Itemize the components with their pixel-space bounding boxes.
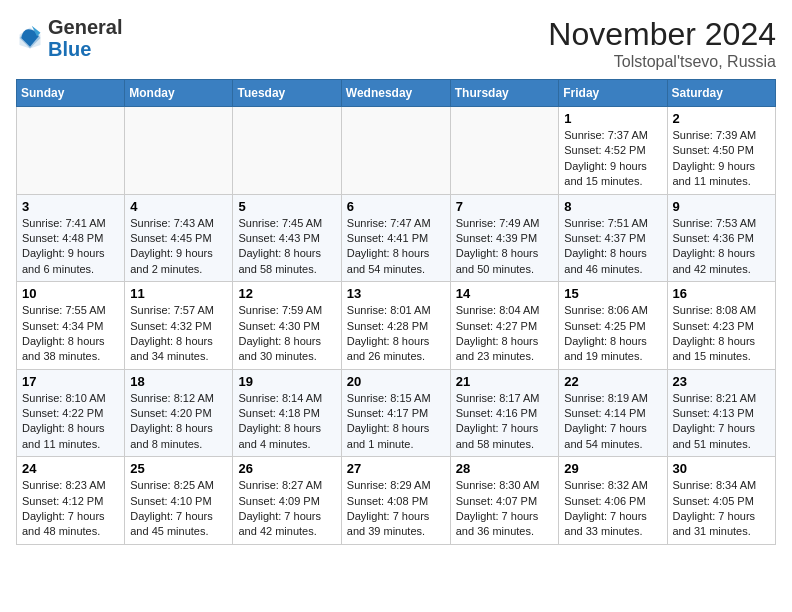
calendar-cell: 9Sunrise: 7:53 AM Sunset: 4:36 PM Daylig… xyxy=(667,194,776,282)
calendar-cell: 15Sunrise: 8:06 AM Sunset: 4:25 PM Dayli… xyxy=(559,282,667,370)
calendar-cell: 5Sunrise: 7:45 AM Sunset: 4:43 PM Daylig… xyxy=(233,194,341,282)
day-number: 21 xyxy=(456,374,554,389)
day-number: 18 xyxy=(130,374,227,389)
day-detail: Sunrise: 7:43 AM Sunset: 4:45 PM Dayligh… xyxy=(130,216,227,278)
calendar-cell: 16Sunrise: 8:08 AM Sunset: 4:23 PM Dayli… xyxy=(667,282,776,370)
week-row-2: 3Sunrise: 7:41 AM Sunset: 4:48 PM Daylig… xyxy=(17,194,776,282)
day-number: 8 xyxy=(564,199,661,214)
day-number: 24 xyxy=(22,461,119,476)
location: Tolstopal'tsevo, Russia xyxy=(548,53,776,71)
header-day-sunday: Sunday xyxy=(17,80,125,107)
day-number: 3 xyxy=(22,199,119,214)
calendar-cell: 23Sunrise: 8:21 AM Sunset: 4:13 PM Dayli… xyxy=(667,369,776,457)
calendar-cell: 25Sunrise: 8:25 AM Sunset: 4:10 PM Dayli… xyxy=(125,457,233,545)
calendar-cell xyxy=(233,107,341,195)
day-number: 22 xyxy=(564,374,661,389)
calendar-cell xyxy=(17,107,125,195)
calendar-cell: 20Sunrise: 8:15 AM Sunset: 4:17 PM Dayli… xyxy=(341,369,450,457)
day-number: 20 xyxy=(347,374,445,389)
day-number: 2 xyxy=(673,111,771,126)
day-number: 17 xyxy=(22,374,119,389)
title-block: November 2024 Tolstopal'tsevo, Russia xyxy=(548,16,776,71)
day-detail: Sunrise: 8:19 AM Sunset: 4:14 PM Dayligh… xyxy=(564,391,661,453)
day-detail: Sunrise: 8:17 AM Sunset: 4:16 PM Dayligh… xyxy=(456,391,554,453)
header-day-monday: Monday xyxy=(125,80,233,107)
header-day-wednesday: Wednesday xyxy=(341,80,450,107)
calendar: SundayMondayTuesdayWednesdayThursdayFrid… xyxy=(16,79,776,545)
calendar-cell: 26Sunrise: 8:27 AM Sunset: 4:09 PM Dayli… xyxy=(233,457,341,545)
day-detail: Sunrise: 7:41 AM Sunset: 4:48 PM Dayligh… xyxy=(22,216,119,278)
calendar-cell: 3Sunrise: 7:41 AM Sunset: 4:48 PM Daylig… xyxy=(17,194,125,282)
day-number: 9 xyxy=(673,199,771,214)
calendar-body: 1Sunrise: 7:37 AM Sunset: 4:52 PM Daylig… xyxy=(17,107,776,545)
day-number: 11 xyxy=(130,286,227,301)
header-row: SundayMondayTuesdayWednesdayThursdayFrid… xyxy=(17,80,776,107)
day-number: 25 xyxy=(130,461,227,476)
day-detail: Sunrise: 7:47 AM Sunset: 4:41 PM Dayligh… xyxy=(347,216,445,278)
header-day-thursday: Thursday xyxy=(450,80,559,107)
day-detail: Sunrise: 8:34 AM Sunset: 4:05 PM Dayligh… xyxy=(673,478,771,540)
day-detail: Sunrise: 7:37 AM Sunset: 4:52 PM Dayligh… xyxy=(564,128,661,190)
calendar-cell: 7Sunrise: 7:49 AM Sunset: 4:39 PM Daylig… xyxy=(450,194,559,282)
day-number: 16 xyxy=(673,286,771,301)
logo-text: General Blue xyxy=(48,16,122,60)
month-title: November 2024 xyxy=(548,16,776,53)
day-number: 29 xyxy=(564,461,661,476)
day-detail: Sunrise: 8:21 AM Sunset: 4:13 PM Dayligh… xyxy=(673,391,771,453)
day-number: 10 xyxy=(22,286,119,301)
day-detail: Sunrise: 8:25 AM Sunset: 4:10 PM Dayligh… xyxy=(130,478,227,540)
week-row-1: 1Sunrise: 7:37 AM Sunset: 4:52 PM Daylig… xyxy=(17,107,776,195)
calendar-cell: 8Sunrise: 7:51 AM Sunset: 4:37 PM Daylig… xyxy=(559,194,667,282)
day-number: 23 xyxy=(673,374,771,389)
calendar-cell: 28Sunrise: 8:30 AM Sunset: 4:07 PM Dayli… xyxy=(450,457,559,545)
calendar-cell xyxy=(341,107,450,195)
calendar-cell: 2Sunrise: 7:39 AM Sunset: 4:50 PM Daylig… xyxy=(667,107,776,195)
calendar-cell: 12Sunrise: 7:59 AM Sunset: 4:30 PM Dayli… xyxy=(233,282,341,370)
day-detail: Sunrise: 8:10 AM Sunset: 4:22 PM Dayligh… xyxy=(22,391,119,453)
day-number: 4 xyxy=(130,199,227,214)
calendar-cell: 24Sunrise: 8:23 AM Sunset: 4:12 PM Dayli… xyxy=(17,457,125,545)
logo: General Blue xyxy=(16,16,122,60)
calendar-cell: 30Sunrise: 8:34 AM Sunset: 4:05 PM Dayli… xyxy=(667,457,776,545)
day-detail: Sunrise: 8:27 AM Sunset: 4:09 PM Dayligh… xyxy=(238,478,335,540)
calendar-cell: 21Sunrise: 8:17 AM Sunset: 4:16 PM Dayli… xyxy=(450,369,559,457)
calendar-cell xyxy=(125,107,233,195)
day-number: 12 xyxy=(238,286,335,301)
calendar-cell: 13Sunrise: 8:01 AM Sunset: 4:28 PM Dayli… xyxy=(341,282,450,370)
day-number: 7 xyxy=(456,199,554,214)
page-header: General Blue November 2024 Tolstopal'tse… xyxy=(16,16,776,71)
calendar-cell: 22Sunrise: 8:19 AM Sunset: 4:14 PM Dayli… xyxy=(559,369,667,457)
logo-icon xyxy=(16,24,44,52)
day-number: 19 xyxy=(238,374,335,389)
calendar-cell: 19Sunrise: 8:14 AM Sunset: 4:18 PM Dayli… xyxy=(233,369,341,457)
day-detail: Sunrise: 8:08 AM Sunset: 4:23 PM Dayligh… xyxy=(673,303,771,365)
header-day-saturday: Saturday xyxy=(667,80,776,107)
calendar-cell: 29Sunrise: 8:32 AM Sunset: 4:06 PM Dayli… xyxy=(559,457,667,545)
week-row-4: 17Sunrise: 8:10 AM Sunset: 4:22 PM Dayli… xyxy=(17,369,776,457)
calendar-cell: 6Sunrise: 7:47 AM Sunset: 4:41 PM Daylig… xyxy=(341,194,450,282)
day-number: 28 xyxy=(456,461,554,476)
day-detail: Sunrise: 7:45 AM Sunset: 4:43 PM Dayligh… xyxy=(238,216,335,278)
calendar-header: SundayMondayTuesdayWednesdayThursdayFrid… xyxy=(17,80,776,107)
day-detail: Sunrise: 8:23 AM Sunset: 4:12 PM Dayligh… xyxy=(22,478,119,540)
calendar-cell: 17Sunrise: 8:10 AM Sunset: 4:22 PM Dayli… xyxy=(17,369,125,457)
day-detail: Sunrise: 8:15 AM Sunset: 4:17 PM Dayligh… xyxy=(347,391,445,453)
day-number: 1 xyxy=(564,111,661,126)
day-detail: Sunrise: 7:57 AM Sunset: 4:32 PM Dayligh… xyxy=(130,303,227,365)
week-row-5: 24Sunrise: 8:23 AM Sunset: 4:12 PM Dayli… xyxy=(17,457,776,545)
day-number: 6 xyxy=(347,199,445,214)
header-day-friday: Friday xyxy=(559,80,667,107)
day-detail: Sunrise: 7:49 AM Sunset: 4:39 PM Dayligh… xyxy=(456,216,554,278)
day-detail: Sunrise: 8:14 AM Sunset: 4:18 PM Dayligh… xyxy=(238,391,335,453)
day-detail: Sunrise: 8:01 AM Sunset: 4:28 PM Dayligh… xyxy=(347,303,445,365)
day-number: 30 xyxy=(673,461,771,476)
day-detail: Sunrise: 7:53 AM Sunset: 4:36 PM Dayligh… xyxy=(673,216,771,278)
day-detail: Sunrise: 8:06 AM Sunset: 4:25 PM Dayligh… xyxy=(564,303,661,365)
day-detail: Sunrise: 7:51 AM Sunset: 4:37 PM Dayligh… xyxy=(564,216,661,278)
day-detail: Sunrise: 8:32 AM Sunset: 4:06 PM Dayligh… xyxy=(564,478,661,540)
day-number: 13 xyxy=(347,286,445,301)
day-detail: Sunrise: 7:59 AM Sunset: 4:30 PM Dayligh… xyxy=(238,303,335,365)
day-number: 26 xyxy=(238,461,335,476)
day-detail: Sunrise: 8:04 AM Sunset: 4:27 PM Dayligh… xyxy=(456,303,554,365)
day-detail: Sunrise: 8:30 AM Sunset: 4:07 PM Dayligh… xyxy=(456,478,554,540)
